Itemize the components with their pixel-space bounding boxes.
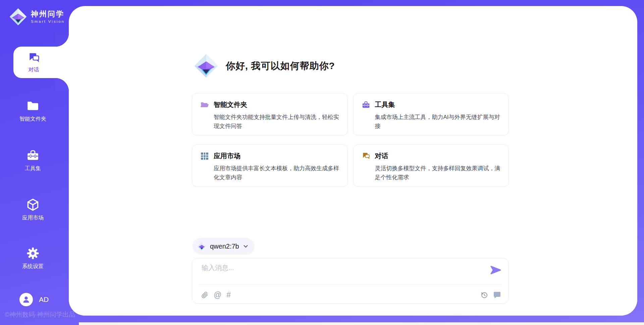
- horizontal-scrollbar[interactable]: [79, 322, 644, 325]
- sidebar-item-label: 智能文件夹: [19, 116, 46, 123]
- composer-tools-left: @ #: [201, 291, 231, 299]
- folder-icon: [26, 99, 40, 113]
- sidebar-item-label: 对话: [29, 66, 39, 73]
- avatar: [19, 293, 33, 306]
- composer-divider: [199, 284, 502, 284]
- diamond-logo-icon: [9, 7, 28, 26]
- attach-icon[interactable]: [201, 291, 209, 299]
- message-composer: @ #: [192, 258, 509, 304]
- person-icon: [22, 295, 31, 304]
- chat-icon: [28, 52, 40, 64]
- sidebar-item-smart-folder[interactable]: 智能文件夹: [0, 99, 66, 123]
- tab-curve-bottom: [55, 78, 69, 91]
- card-toolset[interactable]: 工具集 集成市场上主流工具，助力AI与外界无缝扩展与对接: [353, 93, 509, 135]
- sidebar-item-label: 工具集: [25, 165, 41, 172]
- chevron-down-icon: [244, 245, 248, 248]
- card-description: 灵活切换多模型文件，支持多样回复效果调试，满足个性化需求: [375, 164, 501, 182]
- copyright-text: ©神州数码·神州问学出品: [5, 310, 75, 319]
- sidebar-item-label: 应用市场: [22, 214, 44, 221]
- send-button[interactable]: [490, 266, 501, 274]
- greeting-block: 你好, 我可以如何帮助你?: [193, 53, 335, 79]
- chat-icon: [362, 152, 370, 160]
- user-account[interactable]: AD: [19, 293, 49, 306]
- greeting-text: 你好, 我可以如何帮助你?: [226, 60, 335, 72]
- sidebar-item-settings[interactable]: 系统设置: [0, 247, 66, 270]
- sidebar-item-toolset[interactable]: 工具集: [0, 149, 66, 172]
- model-name: qwen2:7b: [210, 243, 239, 250]
- folder-open-icon: [200, 101, 209, 109]
- gear-icon: [26, 247, 40, 260]
- card-description: 应用市场提供丰富长文本模板，助力高效生成多样化文章内容: [214, 164, 339, 182]
- composer-tools-right: [480, 291, 501, 299]
- cube-icon: [26, 198, 40, 211]
- card-title: 对话: [375, 151, 388, 160]
- quick-phrase-icon[interactable]: [493, 291, 501, 299]
- history-icon[interactable]: [480, 291, 488, 299]
- toolbox-icon: [26, 149, 40, 162]
- sidebar-item-label: 系统设置: [22, 263, 44, 270]
- message-input[interactable]: [201, 263, 477, 283]
- diamond-logo-icon: [193, 53, 219, 79]
- card-smart-folder[interactable]: 智能文件夹 智能文件夹功能支持批量文件上传与清洗，轻松实现文件问答: [192, 93, 348, 135]
- send-icon: [490, 266, 501, 274]
- card-description: 集成市场上主流工具，助力AI与外界无缝扩展与对接: [375, 113, 501, 131]
- feature-cards: 智能文件夹 智能文件夹功能支持批量文件上传与清洗，轻松实现文件问答 工具集 集成…: [192, 93, 509, 187]
- brand-name: 神州问学: [31, 10, 65, 18]
- card-title: 应用市场: [214, 151, 240, 160]
- model-logo-icon: [197, 242, 206, 251]
- brand-subtitle: Smart Vision: [31, 19, 65, 23]
- sidebar-item-chat[interactable]: 对话: [13, 47, 69, 78]
- grid-icon: [200, 152, 209, 160]
- user-name: AD: [39, 296, 49, 304]
- toolbox-icon: [362, 101, 370, 109]
- model-selector[interactable]: qwen2:7b: [193, 238, 255, 255]
- card-title: 工具集: [375, 100, 395, 109]
- sidebar-item-app-market[interactable]: 应用市场: [0, 198, 66, 221]
- mention-icon[interactable]: @: [214, 291, 221, 299]
- card-title: 智能文件夹: [214, 100, 247, 109]
- card-app-market[interactable]: 应用市场 应用市场提供丰富长文本模板，助力高效生成多样化文章内容: [192, 144, 348, 187]
- app-window: 神州问学 Smart Vision 对话 智能文件夹 工具集: [0, 0, 644, 325]
- card-description: 智能文件夹功能支持批量文件上传与清洗，轻松实现文件问答: [214, 113, 339, 131]
- card-chat[interactable]: 对话 灵活切换多模型文件，支持多样回复效果调试，满足个性化需求: [353, 144, 509, 187]
- brand-logo-block: 神州问学 Smart Vision: [9, 7, 65, 26]
- hashtag-icon[interactable]: #: [226, 291, 231, 299]
- tab-curve-top: [55, 33, 69, 47]
